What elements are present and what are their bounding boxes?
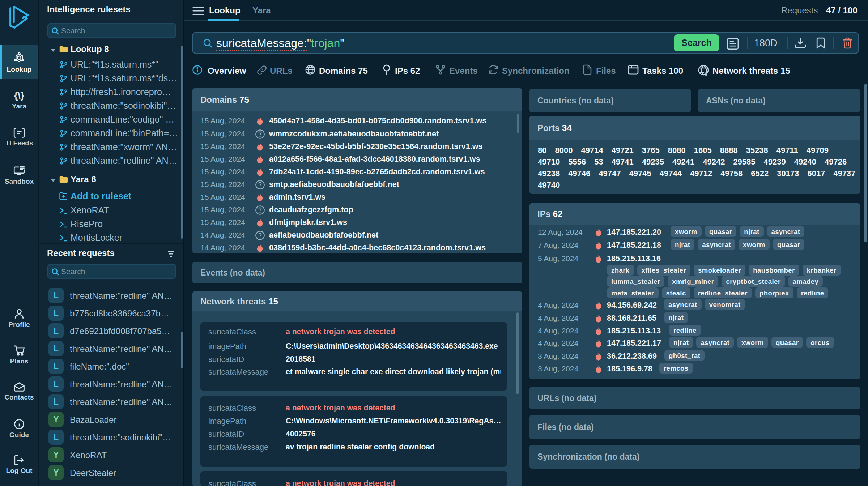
svg-text:{\}: {\} (14, 90, 24, 101)
